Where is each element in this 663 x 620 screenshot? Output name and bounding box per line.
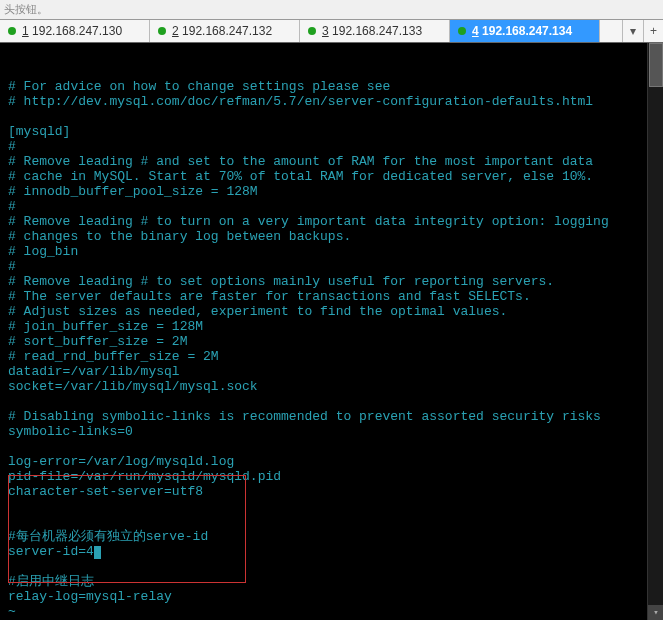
tab-label: 192.168.247.133 (332, 24, 422, 38)
terminal-line: #每台机器必须有独立的serve-id (8, 529, 655, 544)
tab-3[interactable]: 3 192.168.247.133 (300, 20, 450, 42)
connection-status-icon (8, 27, 16, 35)
terminal-line: server-id=4 (8, 544, 655, 559)
tab-2[interactable]: 2 192.168.247.132 (150, 20, 300, 42)
terminal-line: # join_buffer_size = 128M (8, 319, 655, 334)
terminal-line (8, 439, 655, 454)
terminal-line: character-set-server=utf8 (8, 484, 655, 499)
tab-bar: 1 192.168.247.130 2 192.168.247.132 3 19… (0, 19, 663, 43)
tab-label: 192.168.247.130 (32, 24, 122, 38)
tab-number: 4 (472, 24, 479, 38)
terminal-line: ~ (8, 604, 655, 619)
terminal-line: # sort_buffer_size = 2M (8, 334, 655, 349)
tab-4[interactable]: 4 192.168.247.134 (450, 20, 600, 42)
text-cursor (94, 546, 101, 559)
vertical-scrollbar[interactable]: ▾ (647, 43, 663, 620)
tab-bar-spacer (600, 20, 622, 42)
terminal-line: socket=/var/lib/mysql/mysql.sock (8, 379, 655, 394)
terminal-line: # The server defaults are faster for tra… (8, 289, 655, 304)
terminal-line: # Remove leading # to set options mainly… (8, 274, 655, 289)
terminal-line (8, 394, 655, 409)
tab-dropdown-button[interactable]: ▾ (622, 20, 642, 42)
terminal-line: # http://dev.mysql.com/doc/refman/5.7/en… (8, 94, 655, 109)
tab-number: 1 (22, 24, 29, 38)
terminal-line: # read_rnd_buffer_size = 2M (8, 349, 655, 364)
terminal-line: # Adjust sizes as needed, experiment to … (8, 304, 655, 319)
tab-label: 192.168.247.134 (482, 24, 572, 38)
terminal-line: # (8, 199, 655, 214)
terminal-line (8, 514, 655, 529)
terminal-line: # (8, 139, 655, 154)
terminal-line: # log_bin (8, 244, 655, 259)
terminal-line: #启用中继日志 (8, 574, 655, 589)
tab-number: 3 (322, 24, 329, 38)
terminal-line: # changes to the binary log between back… (8, 229, 655, 244)
terminal-line (8, 499, 655, 514)
window-chrome-text: 头按钮。 (0, 0, 663, 19)
terminal-line: symbolic-links=0 (8, 424, 655, 439)
terminal-line: relay-log=mysql-relay (8, 589, 655, 604)
terminal-pane[interactable]: # For advice on how to change settings p… (0, 43, 663, 620)
terminal-line: datadir=/var/lib/mysql (8, 364, 655, 379)
connection-status-icon (158, 27, 166, 35)
tab-controls: ▾ + (622, 20, 663, 42)
terminal-line (8, 559, 655, 574)
terminal-line: log-error=/var/log/mysqld.log (8, 454, 655, 469)
terminal-line: # (8, 259, 655, 274)
terminal-line: # For advice on how to change settings p… (8, 79, 655, 94)
connection-status-icon (308, 27, 316, 35)
terminal-line (8, 109, 655, 124)
add-tab-button[interactable]: + (643, 20, 663, 42)
terminal-line: # innodb_buffer_pool_size = 128M (8, 184, 655, 199)
tab-label: 192.168.247.132 (182, 24, 272, 38)
scrollbar-thumb[interactable] (649, 43, 663, 87)
terminal-line: pid-file=/var/run/mysqld/mysqld.pid (8, 469, 655, 484)
terminal-line: # Remove leading # and set to the amount… (8, 154, 655, 169)
terminal-line: [mysqld] (8, 124, 655, 139)
terminal-line: # Remove leading # to turn on a very imp… (8, 214, 655, 229)
tab-1[interactable]: 1 192.168.247.130 (0, 20, 150, 42)
scrollbar-down-arrow[interactable]: ▾ (648, 605, 663, 620)
tab-number: 2 (172, 24, 179, 38)
terminal-line: # cache in MySQL. Start at 70% of total … (8, 169, 655, 184)
connection-status-icon (458, 27, 466, 35)
terminal-line: # Disabling symbolic-links is recommende… (8, 409, 655, 424)
